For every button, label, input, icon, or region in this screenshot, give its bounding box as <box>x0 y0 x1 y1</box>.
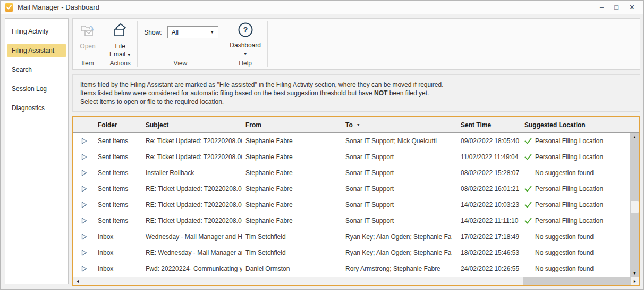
table-row[interactable]: Inbox Fwd: 20220224- Communicating yo Da… <box>73 261 630 277</box>
scroll-right-icon[interactable]: ► <box>631 277 639 285</box>
cell-folder: Sent Items <box>95 153 142 161</box>
cell-folder: Sent Items <box>95 201 142 209</box>
cell-subject: Re: Ticket Updated: T20220208.001 <box>142 137 242 145</box>
scroll-down-icon[interactable]: ▼ <box>630 269 639 277</box>
cell-suggested-location: Personal Filing Location <box>521 153 630 161</box>
ribbon-group-item: Open Item <box>73 19 103 69</box>
close-button[interactable]: ✕ <box>629 4 635 11</box>
minimize-button[interactable]: – <box>600 4 604 11</box>
expand-row-button[interactable] <box>73 202 95 208</box>
items-table: Folder Subject From To ▼ Sent Time Sugge… <box>72 116 640 286</box>
sidebar-item-filing-activity[interactable]: Filing Activity <box>7 24 66 38</box>
header-folder[interactable]: Folder <box>95 117 142 132</box>
horizontal-scrollbar[interactable]: ◄ ► <box>73 277 639 285</box>
vertical-scrollbar[interactable]: ▲ ▼ <box>630 133 639 277</box>
table-row[interactable]: Sent Items RE: Ticket Updated: T20220208… <box>73 197 630 213</box>
cell-to: Sonar IT Support <box>342 201 457 209</box>
ribbon-separator <box>267 21 268 67</box>
table-row[interactable]: Sent Items Re: Ticket Updated: T20220208… <box>73 133 630 149</box>
expand-triangle-icon <box>81 186 87 192</box>
scroll-left-icon[interactable]: ◄ <box>73 277 82 285</box>
expand-row-button[interactable] <box>73 234 95 240</box>
cell-suggested-location: No suggestion found <box>521 249 630 256</box>
expand-row-button[interactable] <box>73 266 95 272</box>
expand-triangle-icon <box>81 202 87 208</box>
cell-sent-time: 18/02/2022 15:46:53 <box>457 249 521 256</box>
table-row[interactable]: Sent Items RE: Ticket Updated: T20220208… <box>73 181 630 197</box>
header-subject[interactable]: Subject <box>142 117 242 132</box>
table-row[interactable]: Sent Items RE: Ticket Updated: T20220208… <box>73 213 630 229</box>
dashboard-help-button[interactable]: ? Dashboard ▼ <box>225 20 265 58</box>
table-row[interactable]: Inbox Wednesday - Mail Manager and Hu Ti… <box>73 229 630 245</box>
sidebar-item-search[interactable]: Search <box>7 63 66 77</box>
cell-subject: Fwd: 20220224- Communicating yo <box>142 265 242 272</box>
check-icon <box>524 154 532 160</box>
cell-sent-time: 09/02/2022 18:05:40 <box>457 137 521 145</box>
dashboard-dropdown-icon: ▼ <box>243 50 247 58</box>
ribbon-group-label-item: Item <box>75 59 100 69</box>
cell-from: Stephanie Fabre <box>242 169 342 177</box>
cell-subject: RE: Ticket Updated: T20220208.001 <box>142 185 242 193</box>
expand-row-button[interactable] <box>73 170 95 176</box>
maximize-button[interactable]: □ <box>614 4 618 11</box>
header-sent-time[interactable]: Sent Time <box>457 117 521 132</box>
file-email-button[interactable]: File Email ▼ <box>105 20 135 59</box>
cell-sent-time: 17/02/2022 17:18:49 <box>457 233 521 241</box>
app-window: Mail Manager - Dashboard – □ ✕ Filing Ac… <box>0 0 644 290</box>
suggestion-text: Personal Filing Location <box>535 201 603 209</box>
expand-triangle-icon <box>81 154 87 160</box>
table-row[interactable]: Sent Items Re: Ticket Updated: T20220208… <box>73 149 630 165</box>
file-email-dropdown-icon: ▼ <box>127 53 131 57</box>
info-line-2: Items listed below were considered for a… <box>80 89 632 97</box>
cell-from: Stephanie Fabre <box>242 217 342 225</box>
cell-from: Stephanie Fabre <box>242 185 342 193</box>
cell-folder: Inbox <box>95 265 142 272</box>
header-from[interactable]: From <box>242 117 342 132</box>
table-row[interactable]: Inbox RE: Wednesday - Mail Manager and T… <box>73 245 630 261</box>
cell-suggested-location: Personal Filing Location <box>521 201 630 209</box>
sidebar-item-session-log[interactable]: Session Log <box>7 82 66 96</box>
expand-row-button[interactable] <box>73 250 95 256</box>
cell-folder: Inbox <box>95 233 142 241</box>
suggestion-text: Personal Filing Location <box>535 137 603 145</box>
cell-folder: Sent Items <box>95 217 142 225</box>
suggestion-text: No suggestion found <box>535 265 594 272</box>
cell-subject: RE: Ticket Updated: T20220208.001 <box>142 201 242 209</box>
ribbon-group-label-help: Help <box>225 59 265 69</box>
file-email-label-2: Email ▼ <box>109 51 131 59</box>
cell-to: Sonar IT Support <box>342 153 457 161</box>
cell-from: Tim Setchfield <box>242 233 342 241</box>
open-button-label: Open <box>80 43 95 51</box>
scroll-up-icon[interactable]: ▲ <box>630 133 639 141</box>
header-to[interactable]: To ▼ <box>342 117 457 132</box>
suggestion-text: Personal Filing Location <box>535 217 603 225</box>
check-icon <box>524 202 532 208</box>
horizontal-scrollbar-thumb[interactable] <box>81 277 523 285</box>
cell-from: Tim Setchfield <box>242 249 342 256</box>
check-icon <box>524 186 532 192</box>
table-row[interactable]: Sent Items Installer Rollback Stephanie … <box>73 165 630 181</box>
info-line-3: Select items to open or file to the requ… <box>80 97 632 106</box>
sidebar-item-filing-assistant[interactable]: Filing Assistant <box>7 44 66 57</box>
cell-folder: Sent Items <box>95 169 142 177</box>
ribbon-group-help: ? Dashboard ▼ Help <box>223 19 267 69</box>
file-email-icon <box>112 22 129 41</box>
expand-row-button[interactable] <box>73 218 95 224</box>
mail-check-icon <box>5 3 13 12</box>
titlebar: Mail Manager - Dashboard – □ ✕ <box>1 1 643 14</box>
window-controls: – □ ✕ <box>600 4 639 11</box>
sort-descending-icon: ▼ <box>357 123 360 127</box>
open-button[interactable]: Open <box>75 20 100 51</box>
header-suggested-location[interactable]: Suggested Location <box>521 117 639 132</box>
cell-subject: Wednesday - Mail Manager and Hu <box>142 233 242 241</box>
show-filter-dropdown[interactable]: All ▼ <box>167 26 218 38</box>
sidebar-item-diagnostics[interactable]: Diagnostics <box>7 101 66 115</box>
cell-to: Sonar IT Support <box>342 169 457 177</box>
vertical-scrollbar-thumb[interactable] <box>631 201 639 213</box>
expand-row-button[interactable] <box>73 186 95 192</box>
expand-row-button[interactable] <box>73 138 95 144</box>
open-item-icon <box>79 22 96 41</box>
cell-suggested-location: Personal Filing Location <box>521 185 630 193</box>
expand-row-button[interactable] <box>73 154 95 160</box>
suggestion-text: Personal Filing Location <box>535 153 603 161</box>
